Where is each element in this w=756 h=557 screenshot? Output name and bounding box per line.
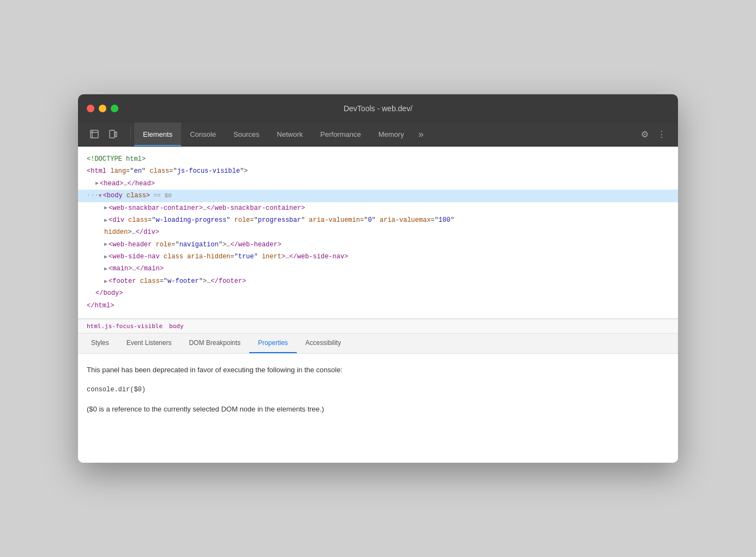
svg-rect-0 xyxy=(91,130,98,138)
console-command: console.dir($0) xyxy=(87,385,669,395)
dom-line-html[interactable]: <html lang="en" class="js-focus-visible"… xyxy=(78,165,678,177)
more-tabs-button[interactable]: » xyxy=(413,123,429,146)
tab-properties[interactable]: Properties xyxy=(249,334,297,353)
tab-accessibility[interactable]: Accessibility xyxy=(297,334,350,353)
lower-tabs: Styles Event Listeners DOM Breakpoints P… xyxy=(78,334,678,354)
tab-performance[interactable]: Performance xyxy=(311,123,369,146)
dom-line-body[interactable]: ··· ▼ <body class> == $0 xyxy=(78,190,678,202)
tab-event-listeners[interactable]: Event Listeners xyxy=(118,334,181,353)
traffic-lights xyxy=(87,105,118,112)
titlebar: DevTools - web.dev/ xyxy=(78,94,678,123)
device-toggle-icon[interactable] xyxy=(105,127,121,141)
close-button[interactable] xyxy=(87,105,94,112)
devtools-window: DevTools - web.dev/ Elements xyxy=(78,94,678,463)
tab-sources[interactable]: Sources xyxy=(225,123,268,146)
dom-line-snackbar[interactable]: ▶ <web-snackbar-container>…</web-snackba… xyxy=(78,202,678,214)
dom-line-loading[interactable]: ▶ <div class="w-loading-progress" role="… xyxy=(78,214,678,226)
dom-line-loading-cont[interactable]: hidden>…</div> xyxy=(78,226,678,238)
tab-styles[interactable]: Styles xyxy=(82,334,118,353)
tabbar-right-actions: ⚙ ⋮ xyxy=(624,123,674,146)
tabbar-divider xyxy=(130,127,131,142)
tab-dom-breakpoints[interactable]: DOM Breakpoints xyxy=(180,334,249,353)
tabbar: Elements Console Sources Network Perform… xyxy=(78,123,678,147)
dom-line-webheader[interactable]: ▶ <web-header role="navigation">…</web-h… xyxy=(78,239,678,251)
tab-memory[interactable]: Memory xyxy=(370,123,413,146)
dom-line-footer[interactable]: ▶ <footer class="w-footer">…</footer> xyxy=(78,275,678,287)
devtools-content: <!DOCTYPE html> <html lang="en" class="j… xyxy=(78,147,678,463)
breadcrumb-html[interactable]: html.js-focus-visible xyxy=(87,323,163,330)
dom-line-head[interactable]: ▶ <head>…</head> xyxy=(78,178,678,190)
tab-elements[interactable]: Elements xyxy=(134,123,181,146)
svg-rect-4 xyxy=(115,132,117,137)
dom-line-sidenav[interactable]: ▶ <web-side-nav class aria-hidden="true"… xyxy=(78,251,678,263)
note-text: ($0 is a reference to the currently sele… xyxy=(87,404,669,415)
titlebar-title: DevTools - web.dev/ xyxy=(344,104,412,113)
lower-content: This panel has been deprecated in favor … xyxy=(78,354,678,463)
breadcrumb-bar: html.js-focus-visible body xyxy=(78,319,678,334)
tab-console[interactable]: Console xyxy=(181,123,225,146)
settings-icon[interactable]: ⚙ xyxy=(638,126,652,142)
maximize-button[interactable] xyxy=(111,105,118,112)
elements-panel: <!DOCTYPE html> <html lang="en" class="j… xyxy=(78,147,678,319)
svg-rect-3 xyxy=(110,130,115,138)
more-options-icon[interactable]: ⋮ xyxy=(654,126,669,142)
minimize-button[interactable] xyxy=(99,105,106,112)
breadcrumb-body[interactable]: body xyxy=(169,323,184,330)
inspect-element-icon[interactable] xyxy=(87,127,102,141)
deprecation-message: This panel has been deprecated in favor … xyxy=(87,365,669,376)
dom-line-body-close[interactable]: </body> xyxy=(78,287,678,299)
dom-line-doctype[interactable]: <!DOCTYPE html> xyxy=(78,153,678,165)
dom-line-main[interactable]: ▶ <main>…</main> xyxy=(78,263,678,275)
tabbar-icons xyxy=(82,123,125,146)
tab-network[interactable]: Network xyxy=(268,123,312,146)
dom-line-html-close[interactable]: </html> xyxy=(78,300,678,312)
